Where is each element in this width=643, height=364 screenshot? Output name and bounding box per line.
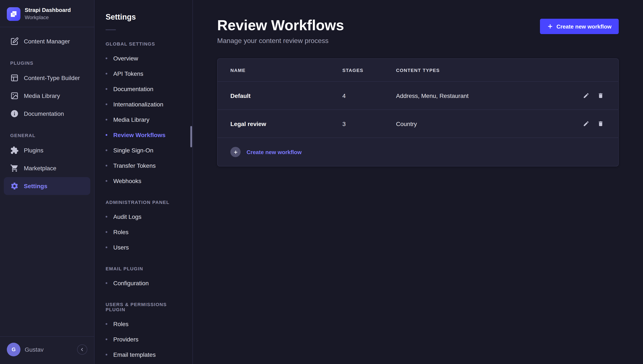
edit-workflow-button[interactable]: [581, 90, 591, 101]
settings-nav-item-email-templates[interactable]: Email templates: [94, 347, 192, 362]
settings-nav-item-overview[interactable]: Overview: [94, 51, 192, 66]
bullet-icon: [106, 180, 107, 182]
sidebar-item-documentation[interactable]: Documentation: [0, 105, 94, 123]
workflow-name: Default: [230, 92, 342, 99]
plus-circle-icon: [230, 147, 240, 157]
table-row[interactable]: Default 4 Address, Menu, Restaurant: [218, 82, 618, 110]
table-row[interactable]: Legal review 3 Country: [218, 110, 618, 138]
bullet-icon: [106, 323, 107, 325]
bullet-icon: [106, 150, 107, 151]
workflows-table-card: NAME STAGES CONTENT TYPES Default 4 Addr…: [217, 58, 619, 166]
table-header-row: NAME STAGES CONTENT TYPES: [218, 59, 618, 82]
settings-nav-item-label: Transfer Tokens: [113, 161, 156, 170]
workflow-stages: 4: [342, 92, 396, 99]
plus-icon: [547, 24, 553, 30]
settings-nav-item-providers[interactable]: Providers: [94, 332, 192, 347]
settings-nav-item-label: Overview: [113, 54, 138, 62]
settings-nav-item-documentation[interactable]: Documentation: [94, 81, 192, 97]
settings-nav-item-single-sign-on[interactable]: Single Sign-On: [94, 142, 192, 158]
sidebar-item-label: Documentation: [24, 110, 64, 117]
avatar[interactable]: G: [7, 343, 20, 356]
table-footer-create-workflow[interactable]: Create new workflow: [218, 138, 618, 166]
trash-icon: [597, 92, 604, 99]
delete-workflow-button[interactable]: [595, 118, 606, 129]
settings-nav-item-up-roles[interactable]: Roles: [94, 316, 192, 332]
bullet-icon: [106, 246, 107, 248]
sidebar-item-marketplace[interactable]: Marketplace: [0, 160, 94, 177]
create-workflow-button[interactable]: Create new workflow: [540, 19, 619, 34]
trash-icon: [597, 120, 604, 127]
sidebar-item-content-type-builder[interactable]: Content-Type Builder: [0, 69, 94, 87]
workflow-content-types: Country: [396, 120, 572, 127]
cart-icon: [10, 164, 19, 173]
settings-subnav: Settings GLOBAL SETTINGS Overview API To…: [94, 0, 193, 364]
settings-nav-item-label: Configuration: [113, 279, 149, 287]
pencil-icon: [583, 120, 589, 127]
sidebar-item-label: Marketplace: [24, 165, 56, 172]
collapse-sidebar-button[interactable]: [77, 344, 87, 355]
settings-nav-item-webhooks[interactable]: Webhooks: [94, 173, 192, 188]
column-header-name: NAME: [230, 68, 342, 72]
bullet-icon: [106, 354, 107, 356]
delete-workflow-button[interactable]: [595, 90, 606, 101]
settings-nav-item-label: API Tokens: [113, 70, 143, 78]
bullet-icon: [106, 88, 107, 90]
page-subtitle: Manage your content review process: [217, 37, 344, 45]
subnav-scrollbar-thumb[interactable]: [190, 126, 192, 147]
settings-nav-item-label: Roles: [113, 320, 128, 328]
primary-nav: Content Manager PLUGINS Content-Type Bui…: [0, 28, 94, 195]
sidebar-item-content-manager[interactable]: Content Manager: [0, 32, 94, 50]
settings-nav-item-transfer-tokens[interactable]: Transfer Tokens: [94, 158, 192, 173]
column-header-stages: STAGES: [342, 68, 396, 72]
gear-icon: [10, 182, 19, 190]
sidebar-item-label: Settings: [24, 183, 47, 190]
brand-title: Strapi Dashboard: [25, 7, 71, 14]
bullet-icon: [106, 119, 107, 120]
edit-workflow-button[interactable]: [581, 118, 591, 129]
media-library-icon: [10, 92, 19, 100]
settings-nav-item-users[interactable]: Users: [94, 240, 192, 255]
sidebar-item-plugins[interactable]: Plugins: [0, 142, 94, 160]
bullet-icon: [106, 216, 107, 218]
row-actions: [572, 90, 606, 101]
sidebar-item-media-library[interactable]: Media Library: [0, 87, 94, 105]
settings-nav-item-media-library[interactable]: Media Library: [94, 112, 192, 127]
settings-nav-item-label: Webhooks: [113, 177, 141, 185]
puzzle-icon: [10, 146, 19, 155]
settings-nav-item-api-tokens[interactable]: API Tokens: [94, 66, 192, 81]
brand: Strapi Dashboard Workplace: [0, 0, 94, 27]
settings-nav-item-internationalization[interactable]: Internationalization: [94, 97, 192, 112]
settings-nav-item-advanced-settings[interactable]: Advanced settings: [94, 362, 192, 364]
subnav-section-global-settings: GLOBAL SETTINGS: [94, 30, 192, 51]
footer-create-workflow-label: Create new workflow: [246, 149, 302, 155]
bullet-icon: [106, 338, 107, 340]
subnav-section-administration-panel: ADMINISTRATION PANEL: [94, 188, 192, 209]
page-header: Review Workflows Manage your content rev…: [217, 17, 619, 45]
page-title: Review Workflows: [217, 17, 344, 34]
strapi-dashboard: Strapi Dashboard Workplace Content Manag…: [0, 0, 643, 364]
documentation-icon: [10, 110, 19, 118]
nav-section-plugins-label: PLUGINS: [0, 50, 94, 69]
settings-nav-item-label: Providers: [113, 335, 138, 344]
sidebar-item-label: Content-Type Builder: [24, 75, 80, 82]
settings-nav-item-audit-logs[interactable]: Audit Logs: [94, 209, 192, 224]
bullet-icon: [106, 282, 107, 284]
column-header-content-types: CONTENT TYPES: [396, 68, 572, 72]
settings-nav-item-configuration[interactable]: Configuration: [94, 276, 192, 291]
bullet-icon: [106, 58, 107, 59]
main-content: Review Workflows Manage your content rev…: [193, 0, 643, 364]
subnav-section-email-plugin: EMAIL PLUGIN: [94, 255, 192, 276]
bullet-icon: [106, 134, 107, 136]
user-row: G Gustav: [0, 337, 94, 364]
settings-nav-item-label: Single Sign-On: [113, 146, 153, 154]
settings-subnav-title: Settings: [94, 0, 192, 22]
sidebar-item-settings[interactable]: Settings: [4, 177, 90, 195]
settings-nav-item-label: Media Library: [113, 115, 150, 124]
create-workflow-button-label: Create new workflow: [556, 23, 612, 30]
bullet-icon: [106, 165, 107, 166]
bullet-icon: [106, 104, 107, 105]
brand-text: Strapi Dashboard Workplace: [25, 7, 71, 21]
settings-nav-item-admin-roles[interactable]: Roles: [94, 224, 192, 240]
settings-nav-item-review-workflows[interactable]: Review Workflows: [94, 127, 192, 142]
content-manager-icon: [10, 37, 19, 46]
